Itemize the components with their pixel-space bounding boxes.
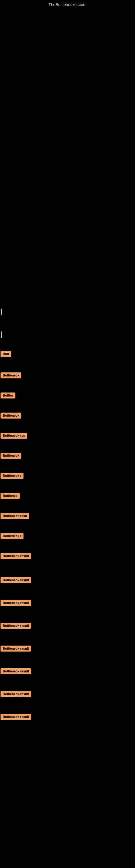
- spacer-2: [0, 341, 135, 349]
- spacer-18: [0, 676, 135, 689]
- spacer-17: [0, 653, 135, 667]
- spacer-19: [0, 699, 135, 712]
- bottom-spacer: [0, 721, 135, 733]
- bottleneck-label-9: Bottleneck resu: [1, 513, 29, 519]
- bottleneck-label-14: Bottleneck result: [1, 623, 31, 629]
- cursor-line-2: [1, 332, 2, 338]
- result-row-4: Bottleneck: [0, 411, 135, 420]
- spacer-4: [0, 380, 135, 391]
- bottleneck-label-10: Bottleneck r: [1, 533, 24, 539]
- bottleneck-label-2: Bottleneck: [1, 372, 21, 378]
- cursor-area-2: [0, 329, 135, 341]
- result-row-5: Bottleneck res: [0, 431, 135, 440]
- spacer-7: [0, 440, 135, 451]
- spacer-16: [0, 630, 135, 644]
- result-row-3: Bottler: [0, 391, 135, 400]
- result-row-8: Bottlenec: [0, 491, 135, 500]
- result-row-13: Bottleneck result: [0, 598, 135, 608]
- result-row-9: Bottleneck resu: [0, 511, 135, 521]
- bottleneck-label-5: Bottleneck res: [1, 433, 27, 439]
- result-row-10: Bottleneck r: [0, 531, 135, 540]
- result-row-14: Bottleneck result: [0, 621, 135, 630]
- bottleneck-label-8: Bottlenec: [1, 493, 20, 499]
- spacer-5: [0, 400, 135, 411]
- spacer-14: [0, 585, 135, 598]
- result-row-15: Bottleneck result: [0, 644, 135, 653]
- result-row-16: Bottleneck result: [0, 667, 135, 676]
- spacer-3: [0, 359, 135, 371]
- result-row-2: Bottleneck: [0, 371, 135, 380]
- cursor-area-1: [0, 307, 135, 318]
- bottleneck-label-11: Bottleneck result: [1, 553, 31, 559]
- bottleneck-label-7: Bottleneck r: [1, 473, 24, 479]
- bottleneck-label-18: Bottleneck result: [1, 714, 31, 720]
- site-title-bar: TheBottlenecker.com: [0, 0, 135, 8]
- result-row-12: Bottleneck result: [0, 576, 135, 585]
- chart-area: [0, 8, 135, 144]
- spacer-8: [0, 460, 135, 471]
- spacer-15: [0, 608, 135, 621]
- result-row-17: Bottleneck result: [0, 689, 135, 699]
- bottleneck-label-12: Bottleneck result: [1, 577, 31, 583]
- result-row-11: Bottleneck result: [0, 552, 135, 561]
- bottleneck-label-1: Bott: [1, 351, 11, 357]
- spacer-13: [0, 561, 135, 576]
- bottleneck-label-13: Bottleneck result: [1, 600, 31, 606]
- result-row-6: Bottleneck: [0, 451, 135, 460]
- bottleneck-label-4: Bottleneck: [1, 412, 21, 418]
- spacer-6: [0, 420, 135, 431]
- spacer-10: [0, 500, 135, 511]
- spacer-9: [0, 480, 135, 491]
- result-row-1: Bott: [0, 349, 135, 359]
- spacer-1: [0, 318, 135, 329]
- result-row-7: Bottleneck r: [0, 471, 135, 480]
- bottleneck-label-15: Bottleneck result: [1, 646, 31, 652]
- cursor-line-1: [1, 309, 2, 315]
- spacer-11: [0, 521, 135, 531]
- page-wrapper: TheBottlenecker.com Bott Bottleneck Bott…: [0, 0, 135, 868]
- result-row-18: Bottleneck result: [0, 712, 135, 721]
- bottleneck-label-3: Bottler: [1, 393, 15, 399]
- bottleneck-label-17: Bottleneck result: [1, 691, 31, 697]
- bottleneck-label-6: Bottleneck: [1, 453, 21, 459]
- bottleneck-label-16: Bottleneck result: [1, 669, 31, 674]
- site-title: TheBottlenecker.com: [49, 2, 87, 7]
- content-area-1: [0, 144, 135, 307]
- spacer-12: [0, 540, 135, 552]
